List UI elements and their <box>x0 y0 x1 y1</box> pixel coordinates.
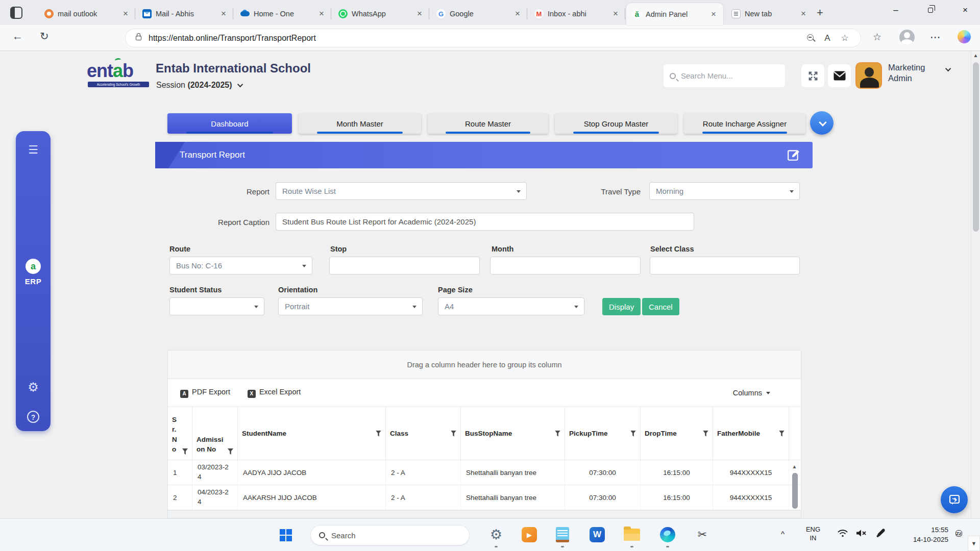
session-selector[interactable]: Session (2024-2025) <box>156 81 241 90</box>
taskbar-search[interactable] <box>310 525 470 545</box>
minimize-button[interactable]: – <box>884 0 908 20</box>
table-row[interactable]: 2 04/2023-24 AAKARSH JIJO JACOB 2 - A Sh… <box>168 485 801 510</box>
menu-search-input[interactable] <box>681 71 768 80</box>
filter-icon[interactable] <box>555 431 560 437</box>
browser-tab[interactable]: Home - One × <box>234 4 331 23</box>
filter-icon[interactable] <box>182 448 188 455</box>
media-player-app-icon[interactable]: ▶ <box>519 524 540 545</box>
file-explorer-app-icon[interactable] <box>622 524 642 545</box>
route-select[interactable]: Bus No: C-16 <box>169 257 312 274</box>
filter-icon[interactable] <box>779 431 785 437</box>
volume-muted-icon[interactable] <box>855 529 867 539</box>
column-header-srno[interactable]: Sr.No <box>168 407 192 460</box>
tab-close-icon[interactable]: × <box>121 9 130 19</box>
month-input[interactable] <box>490 257 641 274</box>
edit-icon[interactable] <box>787 148 800 162</box>
tab-stop-group-master[interactable]: Stop Group Master <box>555 113 677 134</box>
browser-tab[interactable]: M Inbox - abhi × <box>528 4 625 23</box>
column-header-class[interactable]: Class <box>386 407 461 460</box>
scrollbar-thumb[interactable] <box>973 62 979 232</box>
browser-tab[interactable]: WhatsApp × <box>332 4 429 23</box>
grid-scrollbar-thumb[interactable] <box>792 473 798 509</box>
browser-profile-avatar[interactable] <box>899 30 915 45</box>
user-name[interactable]: Marketing Admin <box>888 62 941 83</box>
report-caption-input[interactable] <box>276 213 694 231</box>
orientation-select[interactable]: Portrait <box>278 297 423 315</box>
tab-actions-icon[interactable] <box>10 7 22 19</box>
restore-button[interactable] <box>919 0 942 20</box>
column-header-father-mobile[interactable]: FatherMobile <box>713 407 789 460</box>
chevron-down-icon[interactable] <box>945 66 951 72</box>
filter-icon[interactable] <box>376 431 381 437</box>
settings-gear-icon[interactable]: ⚙ <box>16 380 51 394</box>
copilot-icon[interactable] <box>958 30 971 43</box>
columns-chooser-button[interactable]: Columns <box>733 389 770 397</box>
browser-scrollbar[interactable]: ▲ <box>971 51 980 518</box>
taskbar-clock[interactable]: 15:55 14-10-2025 <box>899 525 948 545</box>
tab-close-icon[interactable]: × <box>513 9 522 19</box>
snipping-tool-app-icon[interactable]: ✂ <box>692 524 713 545</box>
close-window-button[interactable]: × <box>953 0 977 20</box>
browser-tab[interactable]: New tab × <box>725 4 813 23</box>
more-tabs-button[interactable] <box>810 111 834 135</box>
favorite-star-icon[interactable]: ☆ <box>836 33 853 43</box>
tab-close-icon[interactable]: × <box>611 9 620 19</box>
tab-dashboard[interactable]: Dashboard <box>167 113 292 134</box>
language-indicator[interactable]: ENGIN <box>802 525 824 543</box>
column-header-pickup-time[interactable]: PickupTime <box>565 407 641 460</box>
read-aloud-icon[interactable]: A <box>819 33 836 43</box>
filter-icon[interactable] <box>630 431 636 437</box>
browser-tab-active[interactable]: ă Admin Panel × <box>626 3 723 25</box>
filter-icon[interactable] <box>451 431 456 437</box>
student-status-select[interactable] <box>169 297 264 315</box>
browser-tab[interactable]: G Google × <box>430 4 527 23</box>
more-menu-icon[interactable]: ⋯ <box>930 31 941 43</box>
browser-tab[interactable]: Mail - Abhis × <box>136 4 233 23</box>
tab-close-icon[interactable]: × <box>799 9 808 19</box>
tab-month-master[interactable]: Month Master <box>299 113 421 134</box>
group-by-panel[interactable]: Drag a column header here to group its c… <box>168 350 801 379</box>
sticky-notes-app-icon[interactable] <box>552 524 573 545</box>
pdf-export-button[interactable]: APDF Export <box>180 388 230 398</box>
edge-app-icon[interactable] <box>657 524 678 545</box>
wifi-icon[interactable] <box>837 529 848 539</box>
report-select[interactable]: Route Wise List <box>276 182 527 200</box>
do-not-disturb-icon[interactable]: Zz <box>955 529 962 538</box>
column-header-student-name[interactable]: StudentName <box>238 407 386 460</box>
new-tab-button[interactable]: + <box>817 6 823 19</box>
taskbar-overflow-chevron[interactable]: ^ <box>781 530 785 538</box>
excel-export-button[interactable]: XExcel Export <box>248 388 301 398</box>
scroll-up-icon[interactable]: ▲ <box>971 53 980 58</box>
fullscreen-button[interactable] <box>801 64 824 87</box>
refresh-icon[interactable]: ↻ <box>40 30 49 42</box>
url-text[interactable]: https://entab.online/Transport/Transport… <box>149 34 801 43</box>
filter-icon[interactable] <box>703 431 708 437</box>
grid-scroll-up-icon[interactable]: ▲ <box>790 462 799 471</box>
start-button[interactable] <box>280 529 292 541</box>
cancel-button[interactable]: Cancel <box>642 298 679 315</box>
tab-route-master[interactable]: Route Master <box>428 113 548 134</box>
help-icon[interactable]: ? <box>27 411 39 423</box>
word-app-icon[interactable]: W <box>587 524 607 545</box>
column-header-bus-stop-name[interactable]: BusStopName <box>461 407 565 460</box>
select-class-input[interactable] <box>650 257 800 274</box>
url-field[interactable]: https://entab.online/Transport/Transport… <box>125 29 861 47</box>
pen-icon[interactable] <box>875 528 886 540</box>
sidebar-item-erp[interactable]: a ERP <box>16 259 51 286</box>
travel-type-select[interactable]: Morning <box>649 182 800 200</box>
tab-close-icon[interactable]: × <box>709 9 718 19</box>
display-button[interactable]: Display <box>602 298 641 315</box>
grid-horizontal-scrollbar[interactable] <box>168 510 801 518</box>
tab-close-icon[interactable]: × <box>219 9 228 19</box>
stop-input[interactable] <box>329 257 480 274</box>
settings-app-icon[interactable]: ⚙ <box>486 524 506 545</box>
tab-close-icon[interactable]: × <box>415 9 424 19</box>
back-icon[interactable]: ← <box>12 30 23 42</box>
browser-tab[interactable]: mail outlook × <box>38 4 135 23</box>
column-header-admission-no[interactable]: Admission No <box>192 407 238 460</box>
zoom-out-icon[interactable] <box>801 33 819 43</box>
column-header-drop-time[interactable]: DropTime <box>641 407 713 460</box>
menu-search-box[interactable] <box>664 64 785 87</box>
chat-fab-button[interactable] <box>941 486 968 513</box>
filter-icon[interactable] <box>228 448 233 455</box>
